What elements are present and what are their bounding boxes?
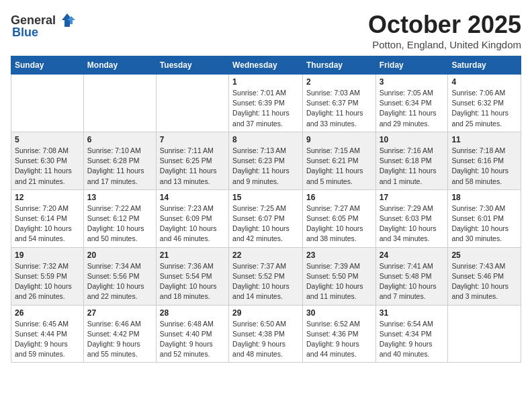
day-number: 10 [380,135,445,144]
day-info: Sunrise: 7:06 AM Sunset: 6:32 PM Dayligh… [451,88,517,129]
calendar-table: Sunday Monday Tuesday Wednesday Thursday… [11,56,521,363]
day-info: Sunrise: 7:18 AM Sunset: 6:16 PM Dayligh… [451,146,517,187]
day-number: 30 [306,308,372,318]
day-number: 31 [380,308,445,318]
day-number: 2 [306,77,372,87]
weekday-header-row: Sunday Monday Tuesday Wednesday Thursday… [11,56,521,75]
day-number: 22 [232,250,299,260]
day-number: 7 [160,135,225,144]
table-cell: 5Sunrise: 7:08 AM Sunset: 6:30 PM Daylig… [11,132,84,189]
table-cell: 25Sunrise: 7:43 AM Sunset: 5:46 PM Dayli… [448,247,521,305]
day-info: Sunrise: 7:05 AM Sunset: 6:34 PM Dayligh… [380,88,445,129]
table-cell: 22Sunrise: 7:37 AM Sunset: 5:52 PM Dayli… [229,247,303,305]
day-info: Sunrise: 7:16 AM Sunset: 6:18 PM Dayligh… [380,146,445,187]
month-title: October 2025 [368,11,521,39]
day-number: 3 [380,77,445,87]
day-number: 21 [160,250,225,260]
table-cell: 24Sunrise: 7:41 AM Sunset: 5:48 PM Dayli… [375,247,448,305]
table-cell: 1Sunrise: 7:01 AM Sunset: 6:39 PM Daylig… [229,75,303,132]
week-row-3: 12Sunrise: 7:20 AM Sunset: 6:14 PM Dayli… [11,189,521,247]
day-info: Sunrise: 7:10 AM Sunset: 6:28 PM Dayligh… [87,146,152,187]
day-number: 24 [380,250,445,260]
day-number: 14 [160,193,225,202]
header-wednesday: Wednesday [229,56,303,75]
day-number: 26 [15,308,80,318]
day-number: 11 [451,135,517,144]
day-number: 27 [87,308,152,318]
day-number: 23 [306,250,372,260]
table-cell: 12Sunrise: 7:20 AM Sunset: 6:14 PM Dayli… [11,189,84,247]
day-number: 12 [15,193,80,202]
table-cell: 7Sunrise: 7:11 AM Sunset: 6:25 PM Daylig… [156,132,228,189]
table-cell: 20Sunrise: 7:34 AM Sunset: 5:56 PM Dayli… [83,247,156,305]
logo: General Blue [11,11,77,40]
day-info: Sunrise: 7:20 AM Sunset: 6:14 PM Dayligh… [15,203,80,244]
table-cell: 28Sunrise: 6:48 AM Sunset: 4:40 PM Dayli… [156,305,228,363]
table-cell: 19Sunrise: 7:32 AM Sunset: 5:59 PM Dayli… [11,247,84,305]
day-number: 5 [15,135,80,144]
day-info: Sunrise: 7:25 AM Sunset: 6:07 PM Dayligh… [232,203,299,244]
table-cell: 18Sunrise: 7:30 AM Sunset: 6:01 PM Dayli… [448,189,521,247]
header-friday: Friday [375,56,448,75]
table-cell [11,75,84,132]
day-info: Sunrise: 7:32 AM Sunset: 5:59 PM Dayligh… [15,261,80,302]
day-info: Sunrise: 6:54 AM Sunset: 4:34 PM Dayligh… [380,319,445,360]
day-info: Sunrise: 7:01 AM Sunset: 6:39 PM Dayligh… [232,88,299,129]
table-cell: 15Sunrise: 7:25 AM Sunset: 6:07 PM Dayli… [229,189,303,247]
day-number: 1 [232,77,299,87]
table-cell: 21Sunrise: 7:36 AM Sunset: 5:54 PM Dayli… [156,247,228,305]
table-cell: 16Sunrise: 7:27 AM Sunset: 6:05 PM Dayli… [302,189,375,247]
header-monday: Monday [83,56,156,75]
table-cell [156,75,228,132]
day-info: Sunrise: 7:36 AM Sunset: 5:54 PM Dayligh… [160,261,225,302]
day-info: Sunrise: 7:30 AM Sunset: 6:01 PM Dayligh… [451,203,517,244]
day-info: Sunrise: 6:48 AM Sunset: 4:40 PM Dayligh… [160,319,225,360]
day-number: 20 [87,250,152,260]
header-tuesday: Tuesday [156,56,228,75]
day-number: 25 [451,250,517,260]
week-row-4: 19Sunrise: 7:32 AM Sunset: 5:59 PM Dayli… [11,247,521,305]
header-saturday: Saturday [448,56,521,75]
day-info: Sunrise: 7:27 AM Sunset: 6:05 PM Dayligh… [306,203,372,244]
table-cell: 2Sunrise: 7:03 AM Sunset: 6:37 PM Daylig… [302,75,375,132]
day-number: 15 [232,193,299,202]
day-number: 13 [87,193,152,202]
table-cell: 8Sunrise: 7:13 AM Sunset: 6:23 PM Daylig… [229,132,303,189]
day-info: Sunrise: 7:34 AM Sunset: 5:56 PM Dayligh… [87,261,152,302]
day-info: Sunrise: 7:23 AM Sunset: 6:09 PM Dayligh… [160,203,225,244]
table-cell: 30Sunrise: 6:52 AM Sunset: 4:36 PM Dayli… [302,305,375,363]
table-cell: 29Sunrise: 6:50 AM Sunset: 4:38 PM Dayli… [229,305,303,363]
page-header: General Blue October 2025 Potton, Englan… [11,11,521,50]
table-cell [448,305,521,363]
day-info: Sunrise: 7:08 AM Sunset: 6:30 PM Dayligh… [15,146,80,187]
header-thursday: Thursday [302,56,375,75]
day-number: 6 [87,135,152,144]
header-sunday: Sunday [11,56,84,75]
week-row-5: 26Sunrise: 6:45 AM Sunset: 4:44 PM Dayli… [11,305,521,363]
day-number: 18 [451,193,517,202]
table-cell: 9Sunrise: 7:15 AM Sunset: 6:21 PM Daylig… [302,132,375,189]
day-info: Sunrise: 7:29 AM Sunset: 6:03 PM Dayligh… [380,203,445,244]
location-subtitle: Potton, England, United Kingdom [368,39,521,50]
day-info: Sunrise: 7:39 AM Sunset: 5:50 PM Dayligh… [306,261,372,302]
table-cell: 27Sunrise: 6:46 AM Sunset: 4:42 PM Dayli… [83,305,156,363]
table-cell: 10Sunrise: 7:16 AM Sunset: 6:18 PM Dayli… [375,132,448,189]
table-cell: 26Sunrise: 6:45 AM Sunset: 4:44 PM Dayli… [11,305,84,363]
day-info: Sunrise: 7:41 AM Sunset: 5:48 PM Dayligh… [380,261,445,302]
day-info: Sunrise: 7:15 AM Sunset: 6:21 PM Dayligh… [306,146,372,187]
table-cell: 6Sunrise: 7:10 AM Sunset: 6:28 PM Daylig… [83,132,156,189]
day-number: 16 [306,193,372,202]
day-info: Sunrise: 6:50 AM Sunset: 4:38 PM Dayligh… [232,319,299,360]
day-info: Sunrise: 7:43 AM Sunset: 5:46 PM Dayligh… [451,261,517,302]
table-cell: 3Sunrise: 7:05 AM Sunset: 6:34 PM Daylig… [375,75,448,132]
table-cell: 11Sunrise: 7:18 AM Sunset: 6:16 PM Dayli… [448,132,521,189]
day-info: Sunrise: 6:46 AM Sunset: 4:42 PM Dayligh… [87,319,152,360]
week-row-1: 1Sunrise: 7:01 AM Sunset: 6:39 PM Daylig… [11,75,521,132]
table-cell: 23Sunrise: 7:39 AM Sunset: 5:50 PM Dayli… [302,247,375,305]
day-info: Sunrise: 6:45 AM Sunset: 4:44 PM Dayligh… [15,319,80,360]
day-number: 19 [15,250,80,260]
day-info: Sunrise: 7:03 AM Sunset: 6:37 PM Dayligh… [306,88,372,129]
day-number: 4 [451,77,517,87]
day-info: Sunrise: 7:37 AM Sunset: 5:52 PM Dayligh… [232,261,299,302]
day-info: Sunrise: 7:11 AM Sunset: 6:25 PM Dayligh… [160,146,225,187]
